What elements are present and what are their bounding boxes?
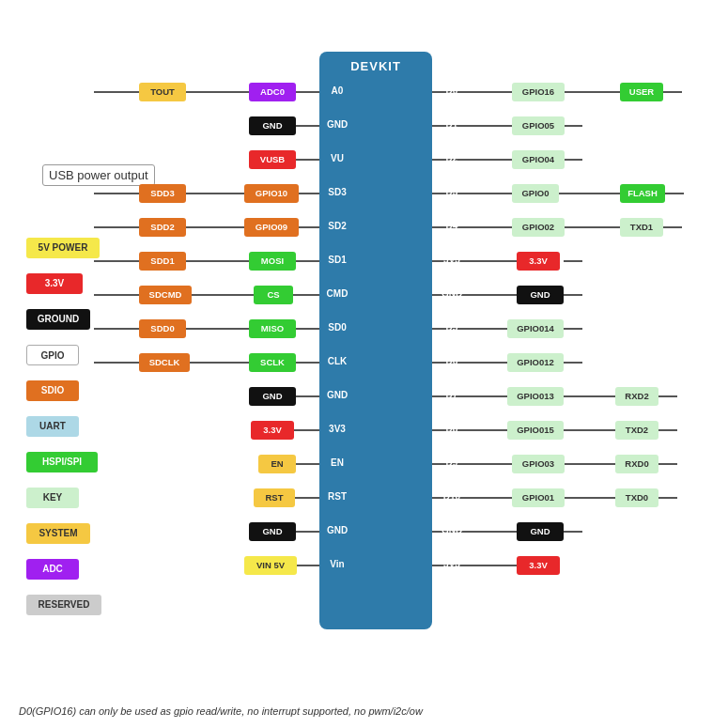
legend-badge: UART [26,416,79,437]
right-badge: GPIO03 [512,455,565,473]
legend-badge: 5V POWER [26,238,100,258]
wire-left-ext [94,91,139,93]
wire-ext-right [663,226,682,228]
chip-left-pin: EN [319,454,355,472]
chip-right-pin: D4 [434,217,470,236]
chip-left-pin: CLK [319,352,355,371]
right-badge: GPIO01 [512,488,565,507]
wire [296,531,319,533]
left-badge: VUSB [249,150,296,169]
right-badge: GPIO16 [512,83,565,101]
wire [296,260,319,262]
right-badge: GND [517,522,564,541]
right-badge: 3.3V [517,252,560,271]
chip-left-pin: SD1 [319,251,355,270]
wire-right-ext [564,125,582,127]
legend-badge: SYSTEM [26,523,90,544]
right-badge: GPIO012 [507,353,564,372]
wire [293,294,319,296]
chip-right-pin: D7 [434,386,470,405]
usb-power-label: USB power output [42,164,155,186]
chip-body: DEVKIT [319,52,432,629]
wire-tout [186,91,249,93]
wire [299,193,319,194]
wire [296,362,319,364]
chip-left-pin: GND [319,521,355,540]
chip-left-pin: SD3 [319,183,355,202]
left-badge: SDD1 [139,252,186,271]
wire [296,125,319,127]
wire-right-ext [564,531,582,533]
right-badge: USER [620,83,663,101]
chip-right-pin: D3 [434,183,470,202]
wire-right-ext [564,328,582,330]
chip-left-pin: GND [319,116,355,134]
wire-ext [565,226,620,228]
right-badge: GPIO014 [507,319,564,338]
wire-ext [565,463,615,465]
left-badge: SDCLK [139,353,190,372]
left-badge: GND [249,522,296,541]
chip-right-pin: D8 [434,420,470,439]
right-badge: GPIO02 [512,218,565,237]
left-badge: VIN 5V [244,556,297,575]
wire-ext-right [658,463,677,465]
wire-ext-right [658,429,677,431]
wire-ext [564,395,615,397]
left-badge: SCLK [249,353,296,372]
diagram: DEVKIT USB power output D0(GPIO16) can o… [0,0,728,728]
left-badge: SDCMD [139,286,192,304]
chip-title: DEVKIT [350,59,401,73]
wire-left-ext [94,260,139,262]
chip-left-pin: Vin [319,555,355,574]
chip-left-pin: 3V3 [319,420,355,439]
chip-right-pin: D10 [434,488,470,506]
wire-left-ext [94,362,139,364]
wire-ext-right [658,395,677,397]
left-badge: EN [258,455,296,473]
right-badge: GPIO013 [507,387,564,406]
right-badge: GPIO04 [512,150,565,169]
wire-ext [565,91,620,93]
right-badge: FLASH [620,184,665,203]
wire-right-ext [564,294,582,296]
wire-ext [564,429,615,431]
wire-left-ext [94,193,139,194]
left-badge: CS [254,286,293,304]
left-badge: GND [249,116,296,135]
left-badge: GPIO09 [244,218,299,237]
chip-right-pin: D9 [434,454,470,472]
wire-right-ext [564,362,582,364]
left-badge: TOUT [139,83,186,101]
chip-left-pin: GND [319,386,355,405]
chip-left-pin: A0 [319,82,355,101]
right-badge: GPIO05 [512,116,565,135]
right-badge: 3.3V [517,556,560,575]
right-badge: GPIO0 [512,184,559,203]
left-badge: MISO [249,319,296,338]
wire [297,565,319,566]
wire-right-ext [564,159,582,161]
legend-badge: SDIO [26,380,79,401]
legend-badge: ADC [26,559,79,580]
legend-badge: HSPI/SPI [26,452,98,472]
chip-left-pin: VU [319,149,355,168]
wire-left-ext [94,226,139,228]
wire [296,463,319,465]
left-badge: SDD2 [139,218,186,237]
right-badge: RXD0 [615,455,658,473]
wire-right-ext [564,260,582,262]
right-badge: TXD1 [620,218,663,237]
left-badge: GND [249,387,296,406]
right-badge: TXD2 [615,421,658,440]
wire [296,91,319,93]
chip-right-pin: D6 [434,352,470,371]
wire [296,395,319,397]
right-badge: GPIO015 [507,421,564,440]
left-badge: MOSI [249,252,296,271]
chip-right-pin: D2 [434,149,470,168]
wire-left-ext [94,294,139,296]
chip-right-pin: 3V3 [434,555,470,574]
wire-ext-right [658,497,677,499]
legend-badge: KEY [26,488,79,508]
